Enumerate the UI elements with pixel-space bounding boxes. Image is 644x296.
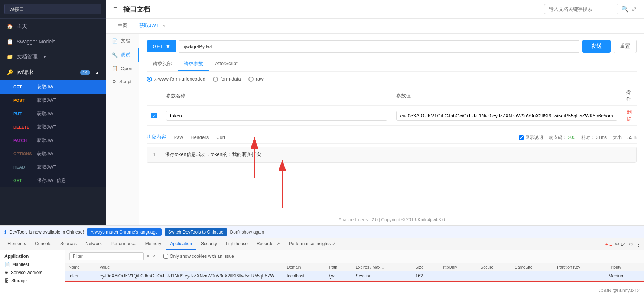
sidebar-item-put-jwt[interactable]: PUT 获取JWT bbox=[0, 107, 106, 120]
col-priority: Priority bbox=[605, 263, 644, 271]
sidebar-item-post-jwt[interactable]: POST 获取JWT bbox=[0, 94, 106, 107]
api-label: 获取JWT bbox=[37, 110, 56, 117]
cookie-priority: Medium bbox=[605, 271, 644, 281]
show-desc-checkbox[interactable] bbox=[519, 135, 524, 140]
dt-tab-application[interactable]: Application bbox=[166, 238, 196, 250]
sidebar-item-get-jwt-save[interactable]: GET 保存JWT信息 bbox=[0, 174, 106, 187]
dt-tab-lighthouse[interactable]: Lighthouse bbox=[221, 238, 252, 250]
sidebar-item-swagger[interactable]: 📋 Swagger Models bbox=[0, 34, 106, 49]
sidebar-item-delete-jwt[interactable]: DELETE 获取JWT bbox=[0, 120, 106, 134]
issues-filter-checkbox-label[interactable]: Only show cookies with an issue bbox=[163, 254, 234, 259]
page-title: 接口文档 bbox=[123, 5, 538, 14]
sidebar-item-docs[interactable]: 📁 文档管理 ▼ bbox=[0, 49, 106, 65]
open-button[interactable]: 📋 Open bbox=[106, 62, 139, 75]
resp-tab-headers[interactable]: Headers bbox=[191, 132, 209, 143]
dt-tab-memory[interactable]: Memory bbox=[141, 238, 166, 250]
settings-icon[interactable]: ⚙ bbox=[629, 241, 633, 247]
sidebar-search-select[interactable]: jwt接口 bbox=[4, 4, 101, 14]
dt-tab-security[interactable]: Security bbox=[196, 238, 221, 250]
dont-show-btn[interactable]: Don't show again bbox=[230, 230, 264, 235]
tab-afterscript[interactable]: AfterScript bbox=[209, 58, 244, 71]
sidebar-item-patch-jwt[interactable]: PATCH 获取JWT bbox=[0, 134, 106, 147]
method-select[interactable]: GET ▼ bbox=[147, 40, 176, 52]
tab-label: 主页 bbox=[118, 22, 127, 29]
sidebar-item-head-jwt[interactable]: HEAD 获取JWT bbox=[0, 160, 106, 174]
sidebar-item-label: jwt请求 bbox=[17, 69, 33, 76]
tab-request-headers[interactable]: 请求头部 bbox=[147, 58, 178, 71]
dt-tab-recorder[interactable]: Recorder ↗ bbox=[252, 238, 284, 250]
debug-button[interactable]: 🔧 调试 bbox=[106, 48, 139, 62]
dt-sidebar-manifest[interactable]: 📄 Manifest bbox=[0, 260, 65, 269]
dt-tab-perf-insights[interactable]: Performance insights ↗ bbox=[284, 238, 340, 250]
dt-tab-performance[interactable]: Performance bbox=[106, 238, 141, 250]
radio-urlencoded[interactable]: x-www-form-urlencoded bbox=[147, 76, 205, 82]
tab-close-icon[interactable]: × bbox=[163, 23, 165, 28]
doc-icon: 📄 bbox=[112, 38, 118, 44]
sidebar: jwt接口 🏠 主页 📋 Swagger Models 📁 文档管理 bbox=[0, 0, 106, 225]
filter-input[interactable] bbox=[69, 252, 144, 260]
error-count[interactable]: ● 1 bbox=[605, 241, 612, 247]
tab-get-jwt[interactable]: 获取JWT × bbox=[133, 19, 171, 33]
separator: | bbox=[159, 254, 160, 259]
send-button[interactable]: 发送 bbox=[582, 40, 611, 53]
delete-button[interactable]: 删除 bbox=[627, 109, 632, 121]
clear-filter-icon[interactable]: × bbox=[152, 254, 155, 259]
show-desc-label[interactable]: 显示说明 bbox=[519, 134, 543, 141]
response-tabs: 响应内容 Raw Headers Curl bbox=[147, 131, 637, 144]
script-button[interactable]: ⚙ Script bbox=[106, 75, 139, 88]
radio-raw[interactable]: raw bbox=[248, 76, 264, 82]
swagger-icon: 📋 bbox=[7, 39, 13, 45]
more-icon[interactable]: ⋮ bbox=[636, 241, 641, 247]
issues-filter-checkbox[interactable] bbox=[163, 254, 168, 259]
resp-tab-content[interactable]: 响应内容 bbox=[147, 131, 166, 143]
cookie-size: 162 bbox=[412, 271, 438, 281]
params-table: 参数名称 参数值 操作 bbox=[147, 86, 637, 126]
encoding-radio-group: x-www-form-urlencoded form-data raw bbox=[147, 76, 637, 82]
param-name-input[interactable] bbox=[166, 111, 387, 121]
message-count[interactable]: ✉ 14 bbox=[615, 241, 626, 247]
devtools-icons: ● 1 ✉ 14 ⚙ ⋮ bbox=[605, 241, 641, 247]
filter-options-icon[interactable]: ≡ bbox=[147, 254, 149, 259]
resp-tab-curl[interactable]: Curl bbox=[216, 132, 225, 143]
api-label: 获取JWT bbox=[37, 84, 56, 90]
menu-icon[interactable]: ≡ bbox=[113, 5, 117, 13]
resp-tab-raw[interactable]: Raw bbox=[173, 132, 183, 143]
dt-sidebar-storage[interactable]: 🗄 Storage bbox=[0, 277, 65, 285]
cookie-secure bbox=[477, 271, 511, 281]
api-label: 获取JWT bbox=[37, 137, 56, 144]
dt-tab-sources[interactable]: Sources bbox=[56, 238, 81, 250]
dt-sidebar-service-workers[interactable]: ⚙ Service workers bbox=[0, 269, 65, 277]
doc-button[interactable]: 📄 文档 bbox=[106, 34, 139, 48]
sidebar-item-home[interactable]: 🏠 主页 bbox=[0, 19, 106, 34]
table-row[interactable]: token eyJ0eXAiOiJKV1QiLCJhbGciOiJIUzI1Ni… bbox=[65, 271, 644, 281]
sidebar-item-options-jwt[interactable]: OPTIONS 获取JWT bbox=[0, 147, 106, 160]
tab-main[interactable]: 主页 bbox=[112, 19, 133, 33]
response-content: 1 保存token信息成功，token的：我的啊实打实 bbox=[147, 147, 637, 163]
table-row: 删除 bbox=[147, 106, 637, 126]
debug-icon: 🔧 bbox=[112, 52, 118, 58]
url-input[interactable] bbox=[179, 40, 579, 53]
open-button-label: Open bbox=[121, 66, 133, 71]
switch-devtools-btn[interactable]: Switch DevTools to Chinese bbox=[165, 228, 227, 236]
expand-icon[interactable]: ⤢ bbox=[632, 6, 637, 13]
radio-formdata[interactable]: form-data bbox=[213, 76, 241, 82]
dt-tab-network[interactable]: Network bbox=[81, 238, 106, 250]
sidebar-item-get-jwt-0[interactable]: GET 获取JWT bbox=[0, 80, 106, 94]
tab-request-params[interactable]: 请求参数 bbox=[178, 58, 209, 71]
radio-dot bbox=[213, 77, 218, 82]
dt-tab-console[interactable]: Console bbox=[30, 238, 56, 250]
cookie-domain: localhost bbox=[283, 271, 325, 281]
sidebar-item-jwt[interactable]: 🔑 jwt请求 14 ▲ bbox=[0, 65, 106, 80]
reset-button[interactable]: 重置 bbox=[614, 40, 637, 53]
search-icon[interactable]: 🔍 bbox=[621, 6, 629, 13]
header-search: 🔍 ⤢ bbox=[544, 4, 637, 14]
devtools-sidebar: Application 📄 Manifest ⚙ Service workers… bbox=[0, 250, 65, 296]
param-value-input[interactable] bbox=[396, 111, 618, 121]
time-info: 耗时： 31ms bbox=[581, 134, 607, 141]
always-match-btn[interactable]: Always match Chrome's language bbox=[87, 228, 162, 236]
col-httponly: HttpOnly bbox=[438, 263, 477, 271]
search-input[interactable] bbox=[544, 4, 618, 14]
sidebar-item-label: 主页 bbox=[17, 23, 27, 30]
dt-tab-elements[interactable]: Elements bbox=[3, 238, 30, 250]
param-checkbox[interactable] bbox=[151, 113, 157, 118]
